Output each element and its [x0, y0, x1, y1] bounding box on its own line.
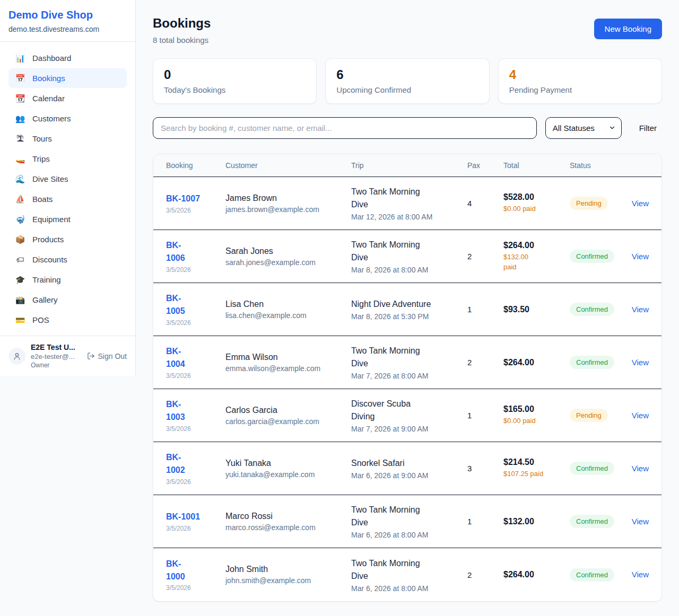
customer-name: John Smith — [225, 565, 351, 574]
booking-number-link[interactable]: BK- 1006 — [166, 239, 185, 264]
trip-name: Two Tank Morning Dive — [351, 345, 451, 370]
total-amount: $165.00 — [503, 404, 570, 414]
sidebar-item-products[interactable]: 📦 Products — [8, 230, 127, 249]
pax-count: 4 — [467, 199, 503, 208]
sidebar-item-equipment[interactable]: 🤿 Equipment — [8, 209, 127, 229]
sidebar-item-dive-sites[interactable]: 🌊 Dive Sites — [8, 169, 127, 189]
user-email: e2e-tester@... — [31, 353, 82, 360]
search-input[interactable] — [153, 117, 537, 139]
logout-icon — [87, 352, 95, 360]
filter-button[interactable]: Filter — [630, 124, 662, 133]
sidebar-nav: 📊 Dashboard 📅 Bookings 📆 Calendar 👥 Cust… — [0, 42, 135, 336]
status-badge: Confirmed — [570, 462, 614, 475]
view-link[interactable]: View — [632, 464, 649, 473]
trip-datetime: Mar 7, 2026 at 8:00 AM — [351, 372, 451, 380]
pax-count: 2 — [467, 358, 503, 367]
stat-value: 0 — [164, 67, 306, 83]
total-amount: $214.50 — [503, 457, 570, 467]
table-row: BK- 1006 3/5/2026 Sarah Jones sarah.jone… — [153, 230, 661, 283]
paid-amount: $0.00 paid — [503, 416, 570, 426]
column-header-pax: Pax — [467, 161, 503, 170]
package-icon: 📦 — [15, 235, 25, 243]
customer-name: Lisa Chen — [225, 300, 351, 309]
page-header: Bookings 8 total bookings New Booking — [153, 16, 662, 45]
table-row: BK- 1003 3/5/2026 Carlos Garcia carlos.g… — [153, 389, 661, 442]
trip-name: Two Tank Morning Dive — [351, 186, 451, 211]
status-select-wrap: All Statuses — [545, 117, 622, 139]
trip-name: Snorkel Safari — [351, 457, 451, 470]
sidebar: Demo Dive Shop demo.test.divestreams.com… — [0, 0, 136, 376]
booking-number-link[interactable]: BK-1001 — [166, 511, 200, 523]
graduation-cap-icon: 🎓 — [15, 276, 25, 284]
speedboat-icon: 🚤 — [15, 155, 25, 163]
status-badge: Confirmed — [570, 303, 614, 316]
trip-name: Night Dive Adventure — [351, 298, 451, 311]
total-amount: $264.00 — [503, 358, 570, 367]
table-row: BK-1001 3/5/2026 Marco Rossi marco.rossi… — [153, 495, 661, 548]
table-row: BK- 1004 3/5/2026 Emma Wilson emma.wilso… — [153, 336, 661, 389]
stat-value: 6 — [336, 67, 478, 83]
status-badge: Confirmed — [570, 250, 614, 263]
sign-out-button[interactable]: Sign Out — [87, 352, 127, 360]
sidebar-item-trips[interactable]: 🚤 Trips — [8, 149, 127, 169]
booking-number-link[interactable]: BK- 1002 — [166, 451, 185, 476]
sidebar-item-discounts[interactable]: 🏷 Discounts — [8, 250, 127, 269]
booking-number-link[interactable]: BK- 1000 — [166, 558, 185, 583]
trip-datetime: Mar 6, 2026 at 9:00 AM — [351, 471, 451, 480]
customer-email: carlos.garcia@example.com — [225, 417, 351, 426]
sidebar-item-gallery[interactable]: 📸 Gallery — [8, 290, 127, 310]
customer-email: lisa.chen@example.com — [225, 311, 351, 320]
table-row: BK- 1000 3/5/2026 John Smith john.smith@… — [153, 548, 661, 601]
person-icon — [13, 352, 21, 360]
sidebar-item-dashboard[interactable]: 📊 Dashboard — [8, 48, 127, 68]
status-filter-select[interactable]: All Statuses — [545, 117, 622, 139]
view-link[interactable]: View — [632, 252, 649, 261]
sidebar-item-bookings[interactable]: 📅 Bookings — [8, 68, 127, 88]
trip-datetime: Mar 8, 2026 at 5:30 PM — [351, 312, 451, 321]
view-link[interactable]: View — [632, 199, 649, 208]
booking-number-link[interactable]: BK- 1003 — [166, 398, 185, 423]
booking-date: 3/5/2026 — [166, 478, 225, 486]
sidebar-item-pos[interactable]: 💳 POS — [8, 310, 127, 330]
stat-card-upcoming-confirmed: 6 Upcoming Confirmed — [325, 58, 489, 104]
pax-count: 2 — [467, 570, 503, 579]
shop-name: Demo Dive Shop — [8, 9, 127, 21]
view-link[interactable]: View — [632, 358, 649, 367]
trip-name: Two Tank Morning Dive — [351, 239, 451, 264]
booking-number-link[interactable]: BK-1007 — [166, 192, 200, 205]
sidebar-item-training[interactable]: 🎓 Training — [8, 270, 127, 289]
booking-number-link[interactable]: BK- 1005 — [166, 292, 185, 317]
table-body: BK-1007 3/5/2026 James Brown james.brown… — [153, 177, 661, 601]
page-title-block: Bookings 8 total bookings — [153, 16, 211, 45]
total-amount: $132.00 — [503, 517, 570, 526]
sidebar-item-boats[interactable]: ⛵ Boats — [8, 189, 127, 209]
view-link[interactable]: View — [632, 305, 649, 314]
total-amount: $264.00 — [503, 570, 570, 579]
filter-controls: All Statuses Filter — [153, 117, 662, 139]
booking-number-link[interactable]: BK- 1004 — [166, 345, 185, 370]
stat-label: Pending Payment — [509, 85, 651, 94]
new-booking-button[interactable]: New Booking — [594, 19, 662, 39]
sidebar-user-footer: E2E Test U... e2e-tester@... Owner Sign … — [0, 336, 135, 376]
paid-amount: $107.25 paid — [503, 469, 570, 479]
booking-date: 3/5/2026 — [166, 372, 225, 380]
view-link[interactable]: View — [632, 517, 649, 526]
trip-datetime: Mar 6, 2026 at 8:00 AM — [351, 531, 451, 539]
camera-icon: 📸 — [15, 296, 25, 304]
total-amount: $528.00 — [503, 192, 570, 202]
pax-count: 2 — [467, 252, 503, 261]
island-icon: 🏝 — [15, 135, 25, 143]
trip-name: Discover Scuba Diving — [351, 398, 451, 423]
sidebar-item-customers[interactable]: 👥 Customers — [8, 109, 127, 128]
sidebar-item-calendar[interactable]: 📆 Calendar — [8, 89, 127, 108]
customer-email: james.brown@example.com — [225, 205, 351, 214]
view-link[interactable]: View — [632, 411, 649, 420]
sidebar-item-tours[interactable]: 🏝 Tours — [8, 129, 127, 148]
table-row: BK- 1005 3/5/2026 Lisa Chen lisa.chen@ex… — [153, 283, 661, 336]
booking-date: 3/5/2026 — [166, 425, 225, 433]
calendar-icon: 📅 — [15, 74, 25, 82]
customer-name: James Brown — [225, 193, 351, 203]
status-badge: Pending — [570, 197, 608, 210]
view-link[interactable]: View — [632, 570, 649, 579]
stat-card-pending-payment: 4 Pending Payment — [498, 58, 662, 104]
